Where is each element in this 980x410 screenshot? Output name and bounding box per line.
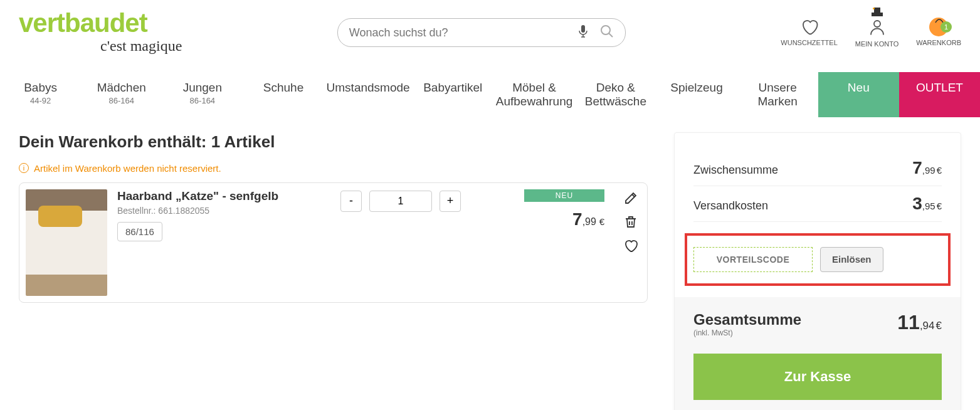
nav-label: OUTLET [916,81,963,94]
cart-notice: i Artikel im Warenkorb werden nicht rese… [19,163,648,174]
nav-label: Babyartikel [423,81,482,94]
cart-link[interactable]: 1 WARENKORB [916,18,961,46]
nav-label: Neu [848,81,870,94]
order-summary: Zwischensumme 7,99€ Versandkosten 3,95€ … [674,132,961,410]
new-badge: NEU [524,189,604,202]
nav-babyartikel[interactable]: Babyartikel [413,72,493,117]
cart-item: Haarband „Katze" - senfgelb Bestellnr.: … [19,182,648,303]
qty-input[interactable] [369,191,432,212]
trash-icon[interactable] [623,214,638,229]
product-title[interactable]: Haarband „Katze" - senfgelb [117,189,330,203]
price-cur: € [599,216,604,227]
subtotal-value: 7,99€ [912,158,942,178]
heart-icon [800,18,819,36]
nav-deko[interactable]: Deko & Bettwäsche [575,72,656,117]
logo-main: vertbaudet [19,11,182,35]
nav-sub: 44-92 [3,96,78,105]
promo-section: Einlösen [685,233,951,286]
shipping-value: 3,95€ [912,194,942,214]
size-chip[interactable]: 86/116 [117,222,162,241]
wishlist-label: WUNSCHZETTEL [781,39,837,46]
total-sublabel: (inkl. MwSt) [693,329,801,337]
nav-schuhe[interactable]: Schuhe [243,72,324,117]
nav-label: Jungen [183,81,222,94]
nav-sub: 86-164 [83,96,159,105]
nav-moebel[interactable]: Möbel & Aufbewahrung [493,72,576,117]
nav-babys[interactable]: Babys44-92 [0,72,81,117]
checkout-button[interactable]: Zur Kasse [693,354,942,400]
nav-label: Unsere Marken [757,81,797,108]
person-icon [868,18,887,36]
search-icon[interactable] [600,24,614,41]
nav-maedchen[interactable]: Mädchen86-164 [81,72,162,117]
account-label: MEIN KONTO [855,40,898,48]
edit-icon[interactable] [623,191,638,206]
nav-label: Schuhe [263,81,303,94]
nav-marken[interactable]: Unsere Marken [737,72,818,117]
promo-apply-button[interactable]: Einlösen [820,247,883,272]
svg-point-5 [874,21,880,27]
promo-code-input[interactable] [693,247,813,272]
nav-label: Umstandsmode [327,81,410,94]
svg-line-4 [609,33,613,37]
notice-text: Artikel im Warenkorb werden nicht reserv… [34,163,221,174]
nav-label: Babys [24,81,57,94]
cart-heading-count: 1 Artikel [211,132,275,151]
nav-label: Mädchen [97,81,146,94]
nav-label: Möbel & Aufbewahrung [496,81,573,108]
subtotal-label: Zwischensumme [693,164,778,177]
heart-icon[interactable] [623,238,638,253]
qty-decrease-button[interactable]: - [340,191,362,212]
item-price: 7,99 € [524,209,604,229]
nav-umstandsmode[interactable]: Umstandsmode [324,72,413,117]
account-link[interactable]: MEIN KONTO [855,18,898,48]
cart-label: WARENKORB [916,39,961,46]
total-value: 11,94€ [897,311,942,334]
shipping-label: Versandkosten [693,199,768,213]
price-int: 7 [572,209,582,229]
nav-neu[interactable]: Neu [818,72,899,117]
search-input[interactable] [349,26,577,39]
nav-label: Deko & Bettwäsche [585,81,646,108]
svg-point-3 [601,26,610,34]
nav-spielzeug[interactable]: Spielzeug [656,72,737,117]
nav-jungen[interactable]: Jungen86-164 [162,72,243,117]
cart-heading: Dein Warenkorb enthält: 1 Artikel [19,132,648,152]
main-nav: Babys44-92 Mädchen86-164 Jungen86-164 Sc… [0,72,980,117]
search-box[interactable] [337,18,626,47]
site-logo[interactable]: vertbaudet c'est magique [19,11,182,55]
price-dec: ,99 [582,216,596,227]
logo-tagline: c'est magique [100,38,182,55]
product-thumbnail[interactable] [26,189,107,296]
nav-outlet[interactable]: OUTLET [899,72,980,117]
mic-icon[interactable] [577,24,589,41]
wishlist-link[interactable]: WUNSCHZETTEL [781,18,837,46]
svg-rect-0 [581,25,585,33]
cart-heading-bold: Dein Warenkorb enthält: [19,132,207,151]
info-icon: i [19,163,29,173]
product-sku: Bestellnr.: 661.1882055 [117,206,330,216]
qty-increase-button[interactable]: + [440,191,461,212]
nav-sub: 86-164 [164,96,240,105]
nav-label: Spielzeug [670,81,722,94]
total-label: Gesamtsumme [693,311,801,328]
